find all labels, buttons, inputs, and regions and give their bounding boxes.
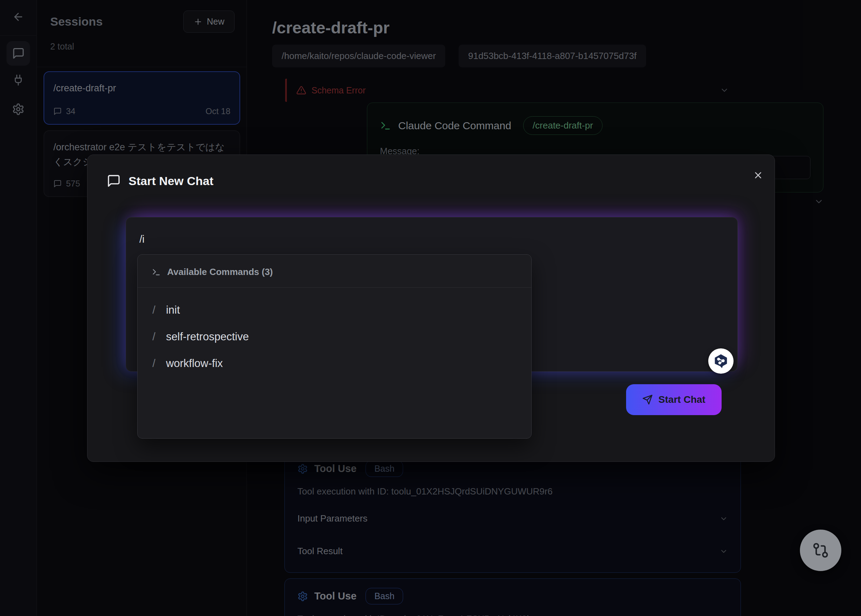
terminal-icon [152,268,161,277]
git-compare-icon [812,542,830,559]
commands-dropdown-header: Available Commands (3) [138,255,531,287]
command-item-init[interactable]: / init [152,297,517,324]
start-new-chat-modal: Start New Chat /i Available Commands (3)… [87,154,775,462]
command-item-workflow-fix[interactable]: / workflow-fix [152,350,517,377]
send-icon [642,394,653,405]
start-chat-label: Start Chat [658,394,705,405]
modal-title: Start New Chat [129,174,214,188]
command-name: workflow-fix [166,357,223,370]
chat-bubble-icon [107,174,121,188]
available-commands-label: Available Commands (3) [167,267,273,277]
command-list: / init / self-retrospective / workflow-f… [138,288,531,386]
close-modal-button[interactable] [753,168,768,183]
extension-logo-button[interactable] [708,348,734,374]
chat-input-value: /i [140,234,145,245]
command-item-self-retrospective[interactable]: / self-retrospective [152,324,517,350]
close-icon [753,170,764,181]
start-chat-button[interactable]: Start Chat [626,384,721,415]
command-name: self-retrospective [166,330,249,343]
share-bubble-logo-icon [713,353,729,369]
command-prefix: / [152,304,156,316]
command-prefix: / [152,357,156,370]
modal-header: Start New Chat [107,174,214,188]
command-name: init [166,304,180,316]
commands-dropdown: Available Commands (3) / init / self-ret… [137,254,532,438]
app-root: Sessions New 2 total /create-draft-pr 34… [0,0,861,616]
command-prefix: / [152,330,156,343]
git-compare-fab[interactable] [800,530,841,571]
